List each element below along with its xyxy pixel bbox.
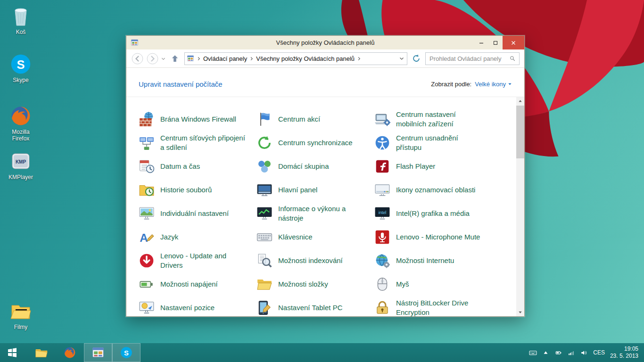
minimize-button[interactable] [474,36,488,49]
control-panel-item[interactable]: Hlavní panel [256,178,374,202]
control-panel-window: Všechny položky Ovládacích panelů Ovláda… [126,35,525,317]
control-panel-item[interactable]: Možnosti složky [256,272,374,296]
control-panel-icon [187,55,194,62]
control-panel-item-label: Informace o výkonu a nástroje [278,204,367,223]
desktop-icon[interactable]: Koš [3,5,39,35]
control-panel-item-label: Intel(R) grafika a média [396,209,470,218]
desktop-icon[interactable]: KMP KMPlayer [3,150,39,181]
refresh-button[interactable] [412,54,421,63]
language-indicator[interactable]: CES [593,349,605,356]
desktop-icon[interactable]: Mozilla Firefox [3,105,39,142]
language-icon: A [139,229,155,245]
scrollbar-up-button[interactable] [516,97,524,105]
network-icon [139,135,155,151]
titlebar[interactable]: Všechny položky Ovládacích panelů [126,36,524,49]
forward-button[interactable] [146,52,159,65]
control-panel-item[interactable]: Centrum synchronizace [256,131,374,155]
control-panel-item[interactable]: Možnosti napájení [139,272,256,296]
mobility-icon [374,111,390,127]
control-panel-item[interactable]: Centrum nastavení mobilních zařízení [374,107,492,131]
control-panel-item[interactable]: Individuální nastavení [139,202,256,225]
control-panel-item[interactable]: intel Intel(R) grafika a média [374,202,492,225]
control-panel-item[interactable]: Ikony oznamovací oblasti [374,178,492,202]
control-panel-item[interactable]: Domácí skupina [256,155,374,178]
up-button[interactable] [170,54,180,63]
performance-icon [256,206,272,222]
control-panel-item-label: Datum a čas [160,162,200,171]
control-panel-item-label: Klávesnice [278,232,313,242]
taskbar-button[interactable] [27,343,56,362]
view-by: Zobrazit podle: Velké ikony [431,81,512,88]
control-panel-item[interactable]: A Jazyk [139,225,256,249]
control-panel-item[interactable]: Flash Player [374,155,492,178]
scrollbar-thumb[interactable] [516,106,524,158]
address-dropdown-icon[interactable] [399,56,404,61]
control-panel-item[interactable]: Lenovo - Microphone Mute [374,225,492,249]
view-by-label: Zobrazit podle: [431,81,471,88]
arrow-down-icon [518,310,522,314]
kmplayer-icon: KMP [9,150,32,173]
taskbar-button[interactable]: S [112,343,140,362]
recent-pages-dropdown-icon[interactable] [161,57,165,61]
caret-down-icon [508,82,512,86]
control-panel-item[interactable]: Možnosti Internetu [374,249,492,272]
tray-icons [529,349,588,357]
search-icon[interactable] [509,55,516,62]
control-panel-item-label: Možnosti Internetu [396,256,454,265]
window-content: Upravit nastavení počítače Zobrazit podl… [126,68,524,316]
view-by-dropdown[interactable]: Velké ikony [475,81,512,88]
control-panel-item-label: Jazyk [160,232,178,242]
control-panel-item[interactable]: Nastavení Tablet PC [256,296,374,316]
bitlocker-icon [374,300,390,316]
control-panel-item[interactable]: Možnosti indexování [256,249,374,272]
control-panel-item[interactable]: Informace o výkonu a nástroje [256,202,374,225]
control-panel-item[interactable]: Datum a čas [139,155,256,178]
control-panel-item[interactable]: Nástroj BitLocker Drive Encryption [374,296,492,316]
desktop-icon[interactable]: Filmy [3,300,39,330]
control-panel-item[interactable]: Myš [374,272,492,296]
clock[interactable]: 19:05 23. 5. 2013 [610,346,638,360]
scrollbar[interactable] [516,97,524,316]
control-panel-item[interactable]: Nastavení pozice [139,296,256,316]
sync-icon [256,135,272,151]
power-icon [139,276,155,292]
navigation-bar: Ovládací panely Všechny položky Ovládací… [126,49,524,68]
breadcrumb-all-items[interactable]: Všechny položky Ovládacích panelů [256,55,355,62]
control-panel-item[interactable]: Klávesnice [256,225,374,249]
desktop: Koš S Skype Mozilla Firefox KMP KMPlayer… [0,0,644,362]
breadcrumb-control-panel[interactable]: Ovládací panely [203,55,247,62]
close-button[interactable] [503,36,524,49]
control-panel-item[interactable]: Centrum akcí [256,107,374,131]
control-panel-item[interactable]: Centrum usnadnění přístupu [374,131,492,155]
tray-power-icon[interactable] [554,349,562,357]
control-panel-item[interactable]: Brána Windows Firewall [139,107,256,131]
tray-up-icon[interactable] [542,349,550,357]
adjust-pc-settings-link[interactable]: Upravit nastavení počítače [139,80,223,88]
taskbar-icon [256,182,272,198]
personalization-icon [139,206,155,222]
taskbar-button[interactable] [84,343,112,362]
date: 23. 5. 2013 [610,353,638,360]
control-panel-item[interactable]: Centrum síťových připojení a sdílení [139,131,256,155]
maximize-button[interactable] [488,36,503,49]
scrollbar-down-button[interactable] [516,308,524,316]
arrow-up-icon [518,99,522,103]
tray-network-icon[interactable] [567,349,575,357]
start-button[interactable] [0,343,25,362]
control-panel-item[interactable]: Historie souborů [139,178,256,202]
tray-keyboard-icon[interactable] [529,349,537,357]
taskbar-button[interactable] [56,343,84,362]
tray-speaker-icon[interactable] [580,349,588,357]
search-input[interactable] [429,55,506,62]
firefox-icon [9,105,32,127]
control-panel-item-label: Možnosti napájení [160,280,218,289]
folder-films-icon [9,300,32,322]
file-history-icon [139,182,155,198]
desktop-icon[interactable]: S Skype [3,53,39,83]
window-icon [131,39,139,47]
control-panel-item[interactable]: Lenovo - Update and Drivers [139,249,256,272]
back-button[interactable] [131,52,144,65]
time: 19:05 [624,346,638,353]
breadcrumb[interactable]: Ovládací panely Všechny položky Ovládací… [184,52,407,65]
skype-icon: S [120,346,133,359]
